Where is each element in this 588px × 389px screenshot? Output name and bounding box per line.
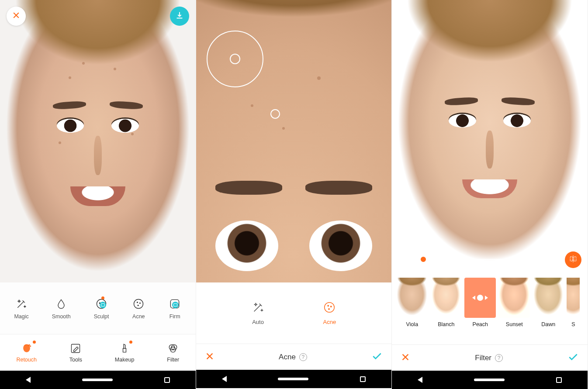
apply-button[interactable] — [371, 351, 383, 364]
nav-home-icon[interactable] — [82, 379, 113, 381]
mode-acne[interactable]: Acne — [323, 301, 336, 325]
tool-firm[interactable]: Firm — [168, 297, 181, 320]
tab-tools[interactable]: Tools — [69, 342, 82, 363]
new-badge-icon — [101, 296, 104, 299]
droplet-icon — [55, 297, 68, 310]
tab-retouch[interactable]: Retouch — [16, 342, 37, 363]
photo-canvas[interactable] — [0, 0, 196, 282]
bottom-tab-bar: Retouch Tools Makeup Filter — [0, 334, 196, 371]
retouch-tools-row: Magic Smooth Sculpt Acne — [0, 282, 196, 334]
nav-home-icon[interactable] — [278, 378, 308, 380]
acne-mode-row: Auto Acne — [196, 282, 392, 344]
compare-button[interactable] — [565, 251, 581, 268]
close-button[interactable] — [7, 7, 26, 26]
download-icon — [175, 10, 184, 22]
svg-point-10 — [29, 344, 30, 345]
tool-label: Firm — [169, 313, 180, 320]
filter-label: Peach — [473, 321, 488, 327]
android-nav-bar — [0, 371, 196, 389]
nav-back-icon[interactable] — [222, 376, 227, 382]
filter-next[interactable]: S — [567, 278, 580, 327]
svg-point-6 — [138, 305, 139, 306]
tool-acne[interactable]: Acne — [132, 297, 145, 320]
tool-label: Sculpt — [94, 313, 109, 320]
edit-pencil-icon — [69, 342, 82, 355]
selected-indicator-icon — [464, 278, 496, 318]
acne-brush-size-indicator[interactable] — [207, 31, 263, 87]
tab-makeup[interactable]: Makeup — [115, 342, 134, 363]
new-badge-icon — [33, 341, 36, 344]
tab-label: Makeup — [115, 357, 134, 363]
filter-label: Blanch — [438, 321, 454, 327]
slider-thumb[interactable] — [420, 256, 427, 263]
svg-point-18 — [331, 306, 332, 307]
filter-intensity-slider[interactable] — [405, 255, 557, 264]
acne-icon — [323, 301, 336, 315]
close-icon — [12, 11, 21, 21]
screen-retouch: Magic Smooth Sculpt Acne — [0, 0, 196, 389]
nav-recent-icon[interactable] — [556, 377, 562, 383]
tab-filter[interactable]: Filter — [167, 342, 179, 363]
tab-label: Tools — [69, 357, 82, 363]
tool-label: Smooth — [52, 313, 71, 320]
filter-peach[interactable]: Peach — [464, 278, 496, 327]
filter-label: Dawn — [541, 321, 555, 327]
svg-point-19 — [329, 309, 329, 310]
face-image-filtered — [392, 0, 588, 272]
filter-label: Sunset — [506, 321, 523, 327]
filter-thumbnail-strip[interactable]: Viola Blanch Peach Sunset Dawn S — [392, 272, 588, 335]
svg-point-17 — [328, 305, 329, 306]
download-button[interactable] — [170, 7, 189, 26]
confirm-bar: Filter ? — [392, 344, 588, 371]
svg-point-3 — [134, 299, 143, 308]
svg-point-5 — [140, 303, 141, 303]
filter-circles-icon — [167, 342, 179, 355]
tab-label: Retouch — [16, 357, 37, 363]
help-icon[interactable]: ? — [495, 354, 503, 362]
nav-recent-icon[interactable] — [360, 376, 366, 382]
magic-wand-icon — [252, 301, 265, 315]
nav-recent-icon[interactable] — [164, 377, 170, 383]
mode-auto[interactable]: Auto — [252, 301, 265, 325]
photo-canvas-zoom[interactable] — [196, 0, 392, 282]
panel-title: Acne ? — [214, 353, 372, 361]
camera-badge-icon — [100, 302, 106, 308]
new-badge-icon — [129, 341, 132, 344]
screen-acne: Auto Acne Acne ? — [196, 0, 392, 389]
help-icon[interactable]: ? — [299, 353, 307, 361]
filter-viola[interactable]: Viola — [396, 278, 428, 327]
android-nav-bar — [196, 370, 392, 388]
svg-point-16 — [325, 303, 335, 313]
nav-home-icon[interactable] — [474, 379, 505, 381]
filter-blanch[interactable]: Blanch — [430, 278, 462, 327]
tool-label: Acne — [132, 313, 145, 320]
tool-magic[interactable]: Magic — [14, 297, 28, 320]
svg-point-4 — [137, 302, 138, 303]
retouch-face-icon — [21, 342, 33, 355]
confirm-bar: Acne ? — [196, 344, 392, 370]
apply-button[interactable] — [567, 351, 579, 365]
lipstick-icon — [118, 342, 131, 355]
tab-label: Filter — [167, 357, 179, 363]
nav-back-icon[interactable] — [418, 377, 422, 383]
acne-target-marker[interactable] — [270, 109, 280, 119]
filter-dawn[interactable]: Dawn — [533, 278, 564, 327]
camera-badge-icon — [172, 302, 179, 308]
cancel-button[interactable] — [401, 352, 410, 364]
compare-icon — [569, 255, 578, 265]
acne-icon — [132, 297, 145, 310]
cancel-button[interactable] — [205, 351, 214, 363]
mode-label: Auto — [252, 319, 264, 325]
photo-canvas-filter[interactable] — [392, 0, 588, 272]
nav-back-icon[interactable] — [26, 377, 31, 383]
filter-label: Viola — [406, 321, 419, 327]
mode-label: Acne — [323, 319, 336, 325]
tool-sculpt[interactable]: Sculpt — [94, 297, 109, 320]
filter-sunset[interactable]: Sunset — [498, 278, 530, 327]
filter-label: S — [571, 321, 575, 327]
face-image — [0, 0, 196, 282]
svg-point-11 — [30, 346, 31, 347]
magic-wand-icon — [15, 297, 28, 310]
tool-smooth[interactable]: Smooth — [52, 297, 71, 320]
screen-filter: Viola Blanch Peach Sunset Dawn S — [392, 0, 588, 389]
